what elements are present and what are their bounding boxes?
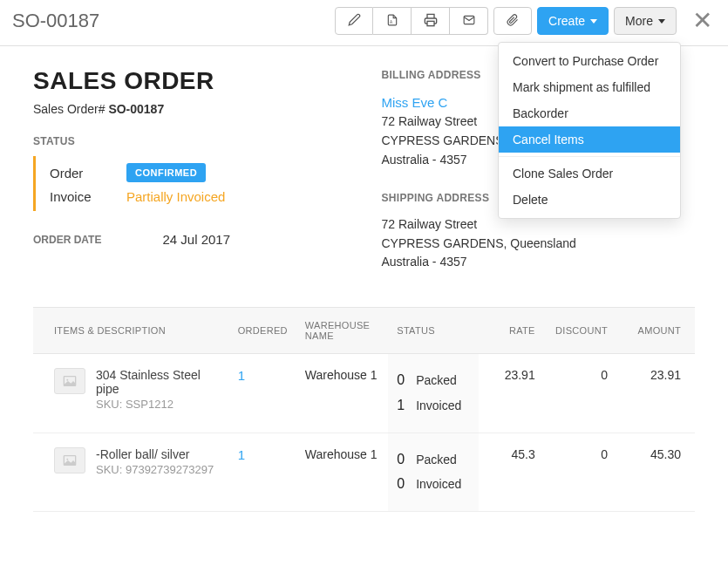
table-row: -Roller ball/ silver SKU: 97392739273297… <box>33 433 695 512</box>
item-amount: 45.30 <box>616 433 695 512</box>
item-status: 0 Packed 1 Invoiced <box>388 354 479 433</box>
item-status: 0 Packed 0 Invoiced <box>388 433 479 512</box>
menu-delete[interactable]: Delete <box>499 187 680 213</box>
item-name: -Roller ball/ silver <box>96 447 214 461</box>
menu-clone[interactable]: Clone Sales Order <box>499 160 680 187</box>
more-button-label: More <box>625 14 653 28</box>
status-block: Order CONFIRMED Invoice Partially Invoic… <box>33 156 347 211</box>
col-ordered: ORDERED <box>229 308 296 354</box>
page-header: SO-00187 A <box>0 0 728 46</box>
pdf-icon: A <box>386 13 398 30</box>
pencil-icon <box>348 13 361 29</box>
col-discount: DISCOUNT <box>544 308 616 354</box>
invoice-status-value: Partially Invoiced <box>126 189 225 204</box>
svg-rect-1 <box>427 21 434 25</box>
item-rate: 23.91 <box>479 354 543 433</box>
item-ordered: 1 <box>238 447 245 462</box>
create-button[interactable]: Create <box>537 7 609 35</box>
menu-cancel-items[interactable]: Cancel Items <box>499 126 680 153</box>
item-warehouse: Warehouse 1 <box>296 354 388 433</box>
toolbar: A Create More <box>335 7 716 35</box>
item-image-placeholder <box>54 368 85 394</box>
item-discount: 0 <box>544 433 616 512</box>
item-sku: SKU: 97392739273297 <box>96 463 214 476</box>
create-button-label: Create <box>548 14 585 28</box>
item-sku: SKU: SSP1212 <box>96 398 221 411</box>
more-button[interactable]: More <box>614 7 677 35</box>
more-dropdown: Convert to Purchase Order Mark shipment … <box>498 42 681 219</box>
action-btn-group: A <box>335 7 488 35</box>
order-heading: SALES ORDER <box>33 67 347 95</box>
order-number: Sales Order# SO-00187 <box>33 102 347 116</box>
item-rate: 45.3 <box>479 433 543 512</box>
menu-mark-fulfilled[interactable]: Mark shipment as fulfilled <box>499 74 680 100</box>
item-warehouse: Warehouse 1 <box>296 433 388 512</box>
svg-text:A: A <box>390 19 393 24</box>
item-ordered: 1 <box>238 368 245 383</box>
mail-icon <box>462 14 476 29</box>
shipping-line3: Australia - 4357 <box>382 253 696 272</box>
item-discount: 0 <box>544 354 616 433</box>
svg-point-6 <box>66 458 68 460</box>
order-status-label: Order <box>50 166 104 181</box>
close-button[interactable]: ✕ <box>689 9 716 33</box>
print-button[interactable] <box>412 7 450 35</box>
shipping-line2: CYPRESS GARDENS, Queensland <box>382 235 696 254</box>
order-date-label: ORDER DATE <box>33 234 101 246</box>
svg-point-4 <box>66 379 68 381</box>
table-row: 304 Stainless Steel pipe SKU: SSP1212 1 … <box>33 354 695 433</box>
item-image-placeholder <box>54 447 85 473</box>
col-amount: AMOUNT <box>616 308 695 354</box>
col-status: STATUS <box>388 308 479 354</box>
menu-convert-po[interactable]: Convert to Purchase Order <box>499 48 680 74</box>
item-amount: 23.91 <box>616 354 695 433</box>
billing-name-link[interactable]: Miss Eve C <box>382 95 448 110</box>
line-items-table: ITEMS & DESCRIPTION ORDERED WAREHOUSE NA… <box>33 307 695 512</box>
order-date-row: ORDER DATE 24 Jul 2017 <box>33 232 347 247</box>
col-item: ITEMS & DESCRIPTION <box>33 308 229 354</box>
col-warehouse: WAREHOUSE NAME <box>296 308 388 354</box>
paperclip-icon <box>507 13 519 30</box>
pdf-button[interactable]: A <box>373 7 412 35</box>
printer-icon <box>424 13 438 30</box>
attachment-button[interactable] <box>493 7 532 35</box>
order-date-value: 24 Jul 2017 <box>162 232 230 247</box>
edit-button[interactable] <box>335 7 373 35</box>
status-heading: STATUS <box>33 135 347 147</box>
caret-down-icon <box>590 19 597 24</box>
menu-backorder[interactable]: Backorder <box>499 100 680 126</box>
order-status-badge: CONFIRMED <box>126 163 206 182</box>
invoice-status-label: Invoice <box>50 189 104 204</box>
menu-divider <box>499 156 680 157</box>
email-button[interactable] <box>450 7 488 35</box>
col-rate: RATE <box>479 308 543 354</box>
caret-down-icon <box>658 19 665 24</box>
close-icon: ✕ <box>692 7 712 34</box>
item-name: 304 Stainless Steel pipe <box>96 368 221 396</box>
page-title: SO-00187 <box>12 10 99 32</box>
